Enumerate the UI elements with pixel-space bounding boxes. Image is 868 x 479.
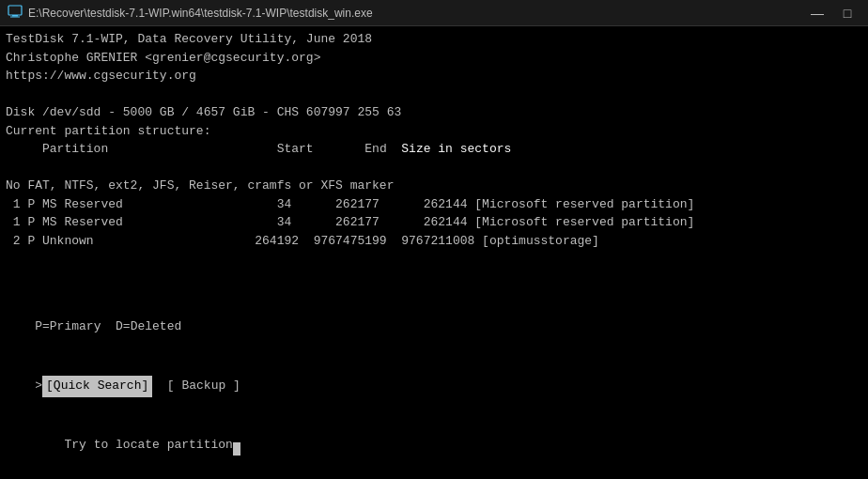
- try-locate-text: Try to locate partition: [35, 438, 240, 452]
- try-locate-line: Try to locate partition: [6, 417, 862, 475]
- bottom-bar: P=Primary D=Deleted >[Quick Search] [ Ba…: [0, 294, 868, 479]
- minimize-button[interactable]: —: [804, 3, 830, 23]
- app-title-line: TestDisk 7.1-WIP, Data Recovery Utility,…: [6, 30, 862, 49]
- title-bar-title: E:\Recover\testdisk-7.1-WIP.win64\testdi…: [28, 7, 373, 20]
- partition-row-1: 1 P MS Reserved 34 262177 262144 [Micros…: [6, 195, 862, 214]
- svg-rect-2: [10, 17, 20, 18]
- website-line: https://www.cgsecurity.org: [6, 67, 862, 85]
- partition-structure-label: Current partition structure:: [6, 122, 862, 141]
- console: TestDisk 7.1-WIP, Data Recovery Utility,…: [0, 26, 868, 254]
- maximize-button[interactable]: □: [834, 3, 860, 23]
- backup-spacing: [152, 379, 167, 393]
- cursor-blink: [233, 442, 240, 456]
- col-end: End: [364, 142, 401, 156]
- svg-rect-1: [12, 15, 18, 17]
- col-start: Start: [277, 142, 365, 156]
- title-bar: E:\Recover\testdisk-7.1-WIP.win64\testdi…: [0, 0, 868, 26]
- backup-button[interactable]: [ Backup ]: [167, 377, 240, 396]
- quick-search-button[interactable]: [Quick Search]: [42, 376, 152, 397]
- partition-row-3: 2 P Unknown 264192 9767475199 9767211008…: [6, 232, 862, 251]
- svg-rect-0: [8, 6, 22, 15]
- title-bar-left: E:\Recover\testdisk-7.1-WIP.win64\testdi…: [8, 4, 373, 22]
- col-size: Size in sectors: [401, 142, 511, 156]
- blank-line-1: [6, 85, 862, 104]
- quick-search-prefix: >: [35, 379, 42, 393]
- legend-line: P=Primary D=Deleted: [6, 298, 862, 356]
- partition-row-2: 1 P MS Reserved 34 262177 262144 [Micros…: [6, 213, 862, 232]
- action-buttons-line: >[Quick Search] [ Backup ]: [6, 356, 862, 416]
- legend-text: P=Primary D=Deleted: [35, 319, 181, 333]
- author-line: Christophe GRENIER <grenier@cgsecurity.o…: [6, 49, 862, 68]
- blank-line-2: [6, 159, 862, 178]
- disk-info-line: Disk /dev/sdd - 5000 GB / 4657 GiB - CHS…: [6, 103, 862, 122]
- column-headers: Partition Start End Size in sectors: [6, 140, 862, 159]
- col-partition: Partition: [6, 142, 277, 156]
- title-bar-icon: [8, 4, 23, 22]
- no-marker-line: No FAT, NTFS, ext2, JFS, Reiser, cramfs …: [6, 177, 862, 195]
- title-bar-controls: — □: [804, 3, 860, 23]
